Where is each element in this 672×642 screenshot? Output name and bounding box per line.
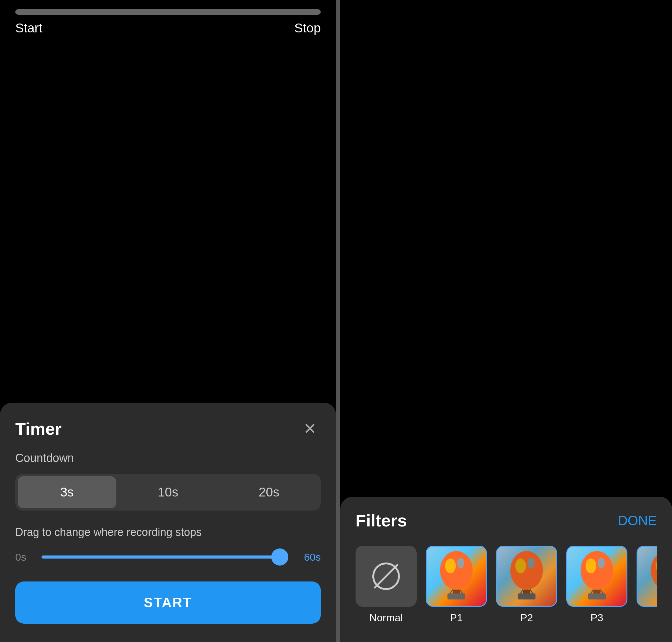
svg-rect-20 [588,593,606,599]
svg-point-15 [585,558,596,574]
svg-point-2 [457,557,464,568]
filters-header: Filters DONE [356,511,657,530]
svg-point-8 [515,558,526,574]
filter-item-p4[interactable]: P4 [636,546,657,624]
svg-point-7 [511,551,543,590]
balloon-svg-p3 [567,547,627,606]
close-icon: ✕ [303,421,317,437]
countdown-20s-button[interactable]: 20s [220,476,318,508]
filter-thumb-p2 [496,546,557,607]
filter-label-p1: P1 [450,612,463,624]
drag-instruction: Drag to change where recording stops [15,526,321,539]
svg-rect-17 [593,590,600,594]
svg-rect-3 [453,590,460,594]
svg-line-19 [601,590,604,594]
filter-items-row: Normal P1 [356,546,657,624]
countdown-options-group: 3s 10s 20s [15,474,321,511]
svg-rect-10 [523,590,530,594]
top-progress-slider[interactable] [15,9,321,15]
svg-line-11 [520,590,523,594]
start-stop-row: Start Stop [15,21,321,36]
svg-line-12 [530,590,533,594]
slider-track-container [41,545,288,569]
svg-point-14 [581,551,614,590]
panel-divider [336,0,340,642]
filter-item-p1[interactable]: P1 [426,546,487,624]
recording-stop-slider-row: 0s 60s [15,545,321,569]
svg-line-5 [460,590,463,594]
filter-label-normal: Normal [369,612,403,624]
right-panel: Filters DONE Normal [340,0,672,642]
countdown-10s-button[interactable]: 10s [119,476,218,508]
stop-label: Stop [294,21,321,36]
filters-title: Filters [356,511,407,530]
no-filter-icon [372,563,400,590]
svg-point-16 [598,557,605,568]
filter-item-p3[interactable]: P3 [566,546,628,624]
filters-panel: Filters DONE Normal [340,497,672,642]
slider-track [41,555,288,558]
close-button[interactable]: ✕ [299,418,321,439]
filter-item-normal[interactable]: Normal [356,546,417,624]
filter-thumb-p1 [426,546,487,607]
balloon-svg-p1 [427,547,486,606]
left-panel: Start Stop Timer ✕ Countdown 3s 10s 20s … [0,0,336,642]
svg-point-9 [528,557,535,568]
slider-fill [41,555,276,558]
slider-min-label: 0s [15,551,34,563]
filter-label-p2: P2 [520,612,533,624]
svg-line-18 [591,590,593,594]
timer-modal-header: Timer ✕ [15,418,321,439]
top-slider-container [15,9,321,16]
svg-point-1 [445,558,456,574]
filter-label-p3: P3 [591,612,603,624]
svg-point-21 [651,551,657,590]
slider-thumb[interactable] [271,549,288,566]
filter-thumb-p3 [566,546,628,607]
countdown-3s-button[interactable]: 3s [18,476,116,508]
balloon-svg-p4 [637,547,657,606]
countdown-label: Countdown [15,451,321,465]
svg-rect-13 [518,593,536,599]
filter-item-p2[interactable]: P2 [496,546,557,624]
svg-point-0 [440,551,473,590]
filter-thumb-p4 [636,546,657,607]
timer-title: Timer [15,419,62,439]
done-button[interactable]: DONE [618,513,657,528]
balloon-svg-p2 [497,547,556,606]
start-label: Start [15,21,42,36]
start-button[interactable]: START [15,581,321,624]
filter-thumb-normal [356,546,417,607]
svg-line-4 [450,590,453,594]
slider-max-label: 60s [296,551,321,563]
svg-rect-6 [448,593,465,599]
timer-modal: Timer ✕ Countdown 3s 10s 20s Drag to cha… [0,403,336,642]
